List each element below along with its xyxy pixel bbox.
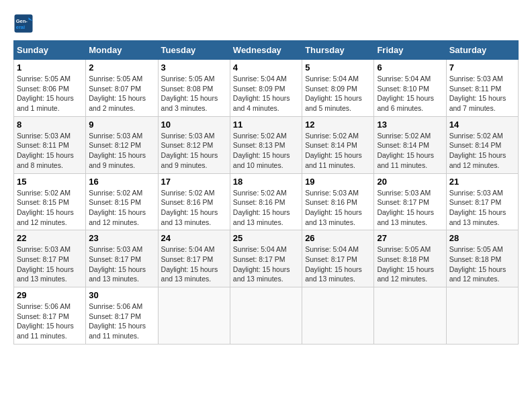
calendar-cell: 23Sunrise: 5:03 AM Sunset: 8:17 PM Dayli… [86, 230, 158, 287]
day-number: 16 [89, 177, 154, 187]
logo-icon: Gen- eral [13, 13, 34, 34]
weekday-header-saturday: Saturday [446, 41, 518, 60]
calendar-week-row: 8Sunrise: 5:03 AM Sunset: 8:11 PM Daylig… [14, 116, 519, 173]
logo: Gen- eral [13, 13, 36, 34]
calendar-cell: 17Sunrise: 5:02 AM Sunset: 8:16 PM Dayli… [158, 173, 230, 230]
svg-text:eral: eral [16, 24, 25, 30]
day-info: Sunrise: 5:03 AM Sunset: 8:11 PM Dayligh… [17, 131, 83, 171]
day-number: 8 [17, 120, 83, 130]
calendar-cell: 21Sunrise: 5:03 AM Sunset: 8:17 PM Dayli… [446, 173, 518, 230]
calendar-cell: 10Sunrise: 5:03 AM Sunset: 8:12 PM Dayli… [158, 116, 230, 173]
calendar-cell: 1Sunrise: 5:05 AM Sunset: 8:06 PM Daylig… [14, 60, 86, 117]
day-info: Sunrise: 5:03 AM Sunset: 8:17 PM Dayligh… [377, 188, 443, 228]
day-number: 11 [233, 120, 299, 130]
calendar-cell: 4Sunrise: 5:04 AM Sunset: 8:09 PM Daylig… [230, 60, 302, 117]
day-number: 9 [89, 120, 154, 130]
day-number: 24 [161, 233, 227, 243]
svg-text:Gen-: Gen- [16, 18, 28, 24]
calendar-cell: 6Sunrise: 5:04 AM Sunset: 8:10 PM Daylig… [374, 60, 446, 117]
day-info: Sunrise: 5:03 AM Sunset: 8:17 PM Dayligh… [449, 188, 515, 228]
calendar-cell: 28Sunrise: 5:05 AM Sunset: 8:18 PM Dayli… [446, 230, 518, 287]
day-info: Sunrise: 5:02 AM Sunset: 8:16 PM Dayligh… [233, 188, 299, 228]
calendar-cell: 19Sunrise: 5:03 AM Sunset: 8:16 PM Dayli… [302, 173, 374, 230]
calendar-cell: 2Sunrise: 5:05 AM Sunset: 8:07 PM Daylig… [86, 60, 158, 117]
day-info: Sunrise: 5:05 AM Sunset: 8:18 PM Dayligh… [449, 244, 515, 284]
day-number: 27 [377, 233, 443, 243]
weekday-header-sunday: Sunday [14, 41, 86, 60]
day-info: Sunrise: 5:03 AM Sunset: 8:12 PM Dayligh… [161, 131, 227, 171]
day-info: Sunrise: 5:03 AM Sunset: 8:11 PM Dayligh… [449, 74, 515, 113]
day-info: Sunrise: 5:03 AM Sunset: 8:17 PM Dayligh… [17, 244, 83, 284]
day-number: 19 [305, 177, 371, 187]
day-info: Sunrise: 5:02 AM Sunset: 8:16 PM Dayligh… [161, 188, 227, 228]
day-number: 6 [377, 62, 443, 73]
day-info: Sunrise: 5:03 AM Sunset: 8:16 PM Dayligh… [305, 188, 371, 228]
calendar-week-row: 1Sunrise: 5:05 AM Sunset: 8:06 PM Daylig… [14, 60, 519, 117]
day-info: Sunrise: 5:02 AM Sunset: 8:13 PM Dayligh… [233, 131, 299, 171]
day-number: 1 [17, 62, 83, 73]
calendar-cell: 26Sunrise: 5:04 AM Sunset: 8:17 PM Dayli… [302, 230, 374, 287]
calendar-cell: 5Sunrise: 5:04 AM Sunset: 8:09 PM Daylig… [302, 60, 374, 117]
calendar-cell: 18Sunrise: 5:02 AM Sunset: 8:16 PM Dayli… [230, 173, 302, 230]
day-info: Sunrise: 5:05 AM Sunset: 8:18 PM Dayligh… [377, 244, 443, 284]
weekday-header-tuesday: Tuesday [158, 41, 230, 60]
day-number: 5 [305, 62, 371, 73]
day-number: 7 [449, 62, 515, 73]
day-number: 15 [17, 177, 83, 187]
day-info: Sunrise: 5:02 AM Sunset: 8:14 PM Dayligh… [377, 131, 443, 171]
calendar-cell [302, 287, 374, 345]
calendar-cell: 9Sunrise: 5:03 AM Sunset: 8:12 PM Daylig… [86, 116, 158, 173]
weekday-header-row: SundayMondayTuesdayWednesdayThursdayFrid… [14, 41, 519, 60]
weekday-header-monday: Monday [86, 41, 158, 60]
day-number: 14 [449, 120, 515, 130]
day-info: Sunrise: 5:03 AM Sunset: 8:17 PM Dayligh… [89, 244, 154, 284]
day-info: Sunrise: 5:06 AM Sunset: 8:17 PM Dayligh… [17, 302, 83, 341]
calendar-week-row: 29Sunrise: 5:06 AM Sunset: 8:17 PM Dayli… [14, 287, 519, 345]
day-info: Sunrise: 5:04 AM Sunset: 8:17 PM Dayligh… [305, 244, 371, 284]
day-number: 25 [233, 233, 299, 243]
day-number: 21 [449, 177, 515, 187]
calendar-cell: 22Sunrise: 5:03 AM Sunset: 8:17 PM Dayli… [14, 230, 86, 287]
day-info: Sunrise: 5:06 AM Sunset: 8:17 PM Dayligh… [89, 302, 154, 341]
day-number: 10 [161, 120, 227, 130]
calendar-cell: 13Sunrise: 5:02 AM Sunset: 8:14 PM Dayli… [374, 116, 446, 173]
day-info: Sunrise: 5:04 AM Sunset: 8:10 PM Dayligh… [377, 74, 443, 113]
page-header: Gen- eral [13, 13, 519, 34]
day-info: Sunrise: 5:04 AM Sunset: 8:09 PM Dayligh… [233, 74, 299, 113]
calendar-cell: 8Sunrise: 5:03 AM Sunset: 8:11 PM Daylig… [14, 116, 86, 173]
day-number: 17 [161, 177, 227, 187]
day-number: 30 [89, 290, 154, 300]
day-number: 18 [233, 177, 299, 187]
day-number: 2 [89, 62, 154, 73]
day-number: 26 [305, 233, 371, 243]
calendar-cell [446, 287, 518, 345]
day-info: Sunrise: 5:04 AM Sunset: 8:17 PM Dayligh… [233, 244, 299, 284]
day-number: 28 [449, 233, 515, 243]
day-number: 4 [233, 62, 299, 73]
day-number: 23 [89, 233, 154, 243]
calendar-week-row: 15Sunrise: 5:02 AM Sunset: 8:15 PM Dayli… [14, 173, 519, 230]
day-info: Sunrise: 5:02 AM Sunset: 8:15 PM Dayligh… [17, 188, 83, 228]
calendar-cell: 27Sunrise: 5:05 AM Sunset: 8:18 PM Dayli… [374, 230, 446, 287]
day-info: Sunrise: 5:05 AM Sunset: 8:08 PM Dayligh… [161, 74, 227, 113]
calendar-cell: 25Sunrise: 5:04 AM Sunset: 8:17 PM Dayli… [230, 230, 302, 287]
day-info: Sunrise: 5:02 AM Sunset: 8:15 PM Dayligh… [89, 188, 154, 228]
calendar-cell: 30Sunrise: 5:06 AM Sunset: 8:17 PM Dayli… [86, 287, 158, 345]
calendar-cell: 20Sunrise: 5:03 AM Sunset: 8:17 PM Dayli… [374, 173, 446, 230]
calendar-week-row: 22Sunrise: 5:03 AM Sunset: 8:17 PM Dayli… [14, 230, 519, 287]
day-number: 20 [377, 177, 443, 187]
day-number: 29 [17, 290, 83, 300]
calendar-cell [158, 287, 230, 345]
weekday-header-wednesday: Wednesday [230, 41, 302, 60]
day-info: Sunrise: 5:02 AM Sunset: 8:14 PM Dayligh… [449, 131, 515, 171]
calendar-table: SundayMondayTuesdayWednesdayThursdayFrid… [13, 40, 519, 345]
day-number: 12 [305, 120, 371, 130]
calendar-cell: 14Sunrise: 5:02 AM Sunset: 8:14 PM Dayli… [446, 116, 518, 173]
day-info: Sunrise: 5:05 AM Sunset: 8:07 PM Dayligh… [89, 74, 154, 113]
calendar-cell: 7Sunrise: 5:03 AM Sunset: 8:11 PM Daylig… [446, 60, 518, 117]
day-info: Sunrise: 5:04 AM Sunset: 8:09 PM Dayligh… [305, 74, 371, 113]
day-number: 3 [161, 62, 227, 73]
calendar-cell: 15Sunrise: 5:02 AM Sunset: 8:15 PM Dayli… [14, 173, 86, 230]
day-info: Sunrise: 5:03 AM Sunset: 8:12 PM Dayligh… [89, 131, 154, 171]
calendar-cell: 16Sunrise: 5:02 AM Sunset: 8:15 PM Dayli… [86, 173, 158, 230]
